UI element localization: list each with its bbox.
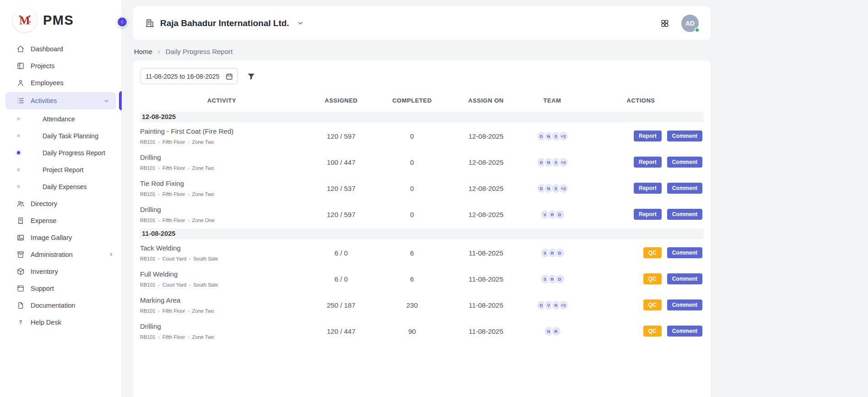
sidebar-item-projects[interactable]: Projects <box>0 57 122 74</box>
activity-path: RB101›Fifth Floor›Zone Two <box>140 139 303 145</box>
table-body: 12-08-2025Painting - First Coat (Fire Re… <box>140 112 704 344</box>
assign-on-value: 12-08-2025 <box>445 132 527 140</box>
activity-row: Painting - First Coat (Fire Red)RB101›Fi… <box>140 123 704 149</box>
comment-button[interactable]: Comment <box>667 326 702 337</box>
activity-row: Tack WeldingRB101›Court Yard›South Side6… <box>140 240 704 266</box>
assign-on-value: 11-08-2025 <box>445 275 527 283</box>
sidebar-subitem-daily-task-planning[interactable]: Daily Task Planning <box>0 127 122 144</box>
list-icon <box>16 97 25 105</box>
chevron-right-icon <box>108 251 114 258</box>
actions-cell: QCComment <box>578 273 704 284</box>
avatar-initials: AD <box>685 20 695 27</box>
assigned-value: 120 / 597 <box>303 132 379 140</box>
sidebar-item-expense[interactable]: Expense <box>0 212 122 229</box>
activity-cell: Marking AreaRB101›Fifth Floor›Zone Two <box>140 296 303 314</box>
activity-path: RB101›Court Yard›South Side <box>140 282 303 288</box>
date-range-input[interactable]: 11-08-2025 to 16-08-2025 <box>140 68 238 84</box>
activity-path: RB101›Fifth Floor›Zone Two <box>140 165 303 171</box>
qc-button[interactable]: QC <box>643 299 662 310</box>
activity-name: Drilling <box>140 322 303 330</box>
apps-grid-button[interactable] <box>660 19 669 28</box>
qc-button[interactable]: QC <box>643 326 662 337</box>
sidebar-item-label: Support <box>31 285 114 292</box>
team-avatar: D <box>555 274 565 284</box>
date-range-value: 11-08-2025 to 16-08-2025 <box>146 73 220 80</box>
sidebar-item-label: Help Desk <box>31 319 114 326</box>
table-header-row: ACTIVITYASSIGNEDCOMPLETEDASSIGN ONTEAMAC… <box>140 90 704 111</box>
sidebar-subitem-label: Daily Expenses <box>43 183 87 190</box>
sidebar-subitem-daily-progress-report[interactable]: Daily Progress Report <box>0 144 122 161</box>
report-button[interactable]: Report <box>634 183 662 194</box>
activity-path: RB101›Fifth Floor›Zone One <box>140 218 303 223</box>
pms-logo-icon: M <box>13 8 37 32</box>
sidebar-item-support[interactable]: Support <box>0 280 122 297</box>
completed-value: 0 <box>379 158 445 166</box>
chevron-right-icon: › <box>158 309 160 314</box>
qc-button[interactable]: QC <box>643 273 662 284</box>
chevron-right-icon: › <box>158 140 160 145</box>
chevron-right-icon: › <box>188 140 189 145</box>
column-header-activity: ACTIVITY <box>140 97 303 104</box>
path-segment: Fifth Floor <box>162 308 185 314</box>
chevron-right-icon: › <box>188 166 189 171</box>
column-header-team: TEAM <box>527 97 578 104</box>
sidebar-collapse-button[interactable] <box>117 16 128 27</box>
team-avatars: NR <box>527 326 578 337</box>
breadcrumb-current: Daily Progress Report <box>166 48 233 55</box>
comment-button[interactable]: Comment <box>667 183 702 194</box>
team-avatars: DVN+2 <box>527 300 578 310</box>
user-avatar[interactable]: AD <box>681 15 699 32</box>
path-segment: RB101 <box>140 218 156 223</box>
activity-name: Tack Welding <box>140 244 303 252</box>
path-segment: Court Yard <box>162 256 186 261</box>
qc-button[interactable]: QC <box>643 247 662 258</box>
sidebar-item-help-desk[interactable]: Help Desk <box>0 314 122 331</box>
activity-name: Tie Rod Fixing <box>140 179 303 187</box>
sidebar-item-directory[interactable]: Directory <box>0 195 122 212</box>
company-selector[interactable]: Raja Bahadur International Ltd. <box>145 18 304 28</box>
comment-button[interactable]: Comment <box>667 131 702 141</box>
comment-button[interactable]: Comment <box>667 247 702 258</box>
comment-button[interactable]: Comment <box>667 273 702 284</box>
sidebar-subitem-project-report[interactable]: Project Report <box>0 161 122 178</box>
date-group-header: 12-08-2025 <box>140 112 704 122</box>
column-header-actions: ACTIONS <box>578 97 704 104</box>
team-avatars: VRD <box>527 209 578 220</box>
activity-row: Full WeldingRB101›Court Yard›South Side6… <box>140 266 704 292</box>
completed-value: 6 <box>379 275 445 283</box>
sidebar-item-employees[interactable]: Employees <box>0 74 122 91</box>
sidebar-subitem-daily-expenses[interactable]: Daily Expenses <box>0 178 122 195</box>
filter-button[interactable] <box>247 72 256 81</box>
sidebar-item-dashboard[interactable]: Dashboard <box>0 40 122 57</box>
sidebar-item-documentation[interactable]: Documentation <box>0 297 122 314</box>
chevron-right-icon: › <box>188 309 189 314</box>
sidebar-subitem-attendance[interactable]: Attendance <box>0 110 122 127</box>
completed-value: 90 <box>379 327 445 335</box>
sidebar-item-inventory[interactable]: Inventory <box>0 263 122 280</box>
sidebar-item-activities[interactable]: Activities <box>5 92 116 109</box>
actions-cell: QCComment <box>578 326 704 337</box>
receipt-icon <box>16 217 25 225</box>
report-button[interactable]: Report <box>634 209 662 220</box>
team-avatar: R <box>551 326 561 337</box>
assign-on-value: 11-08-2025 <box>445 249 527 257</box>
logo-text: PMS <box>43 13 74 28</box>
chevron-down-icon <box>297 19 304 27</box>
activity-name: Marking Area <box>140 296 303 304</box>
report-button[interactable]: Report <box>634 131 662 141</box>
comment-button[interactable]: Comment <box>667 299 702 310</box>
breadcrumb-home[interactable]: Home <box>134 48 152 55</box>
activity-cell: Tie Rod FixingRB101›Fifth Floor›Zone Two <box>140 179 303 197</box>
path-segment: Fifth Floor <box>162 165 185 171</box>
activity-row: Marking AreaRB101›Fifth Floor›Zone Two25… <box>140 292 704 318</box>
comment-button[interactable]: Comment <box>667 209 702 220</box>
assigned-value: 6 / 0 <box>303 275 379 283</box>
path-segment: Zone Two <box>192 308 214 314</box>
comment-button[interactable]: Comment <box>667 157 702 168</box>
chevron-right-icon: › <box>158 283 160 288</box>
report-button[interactable]: Report <box>634 157 662 168</box>
team-avatar: D <box>555 248 565 258</box>
path-segment: RB101 <box>140 282 156 288</box>
sidebar-item-administration[interactable]: Administration <box>0 246 122 263</box>
sidebar-item-image-gallary[interactable]: Image Gallary <box>0 229 122 246</box>
